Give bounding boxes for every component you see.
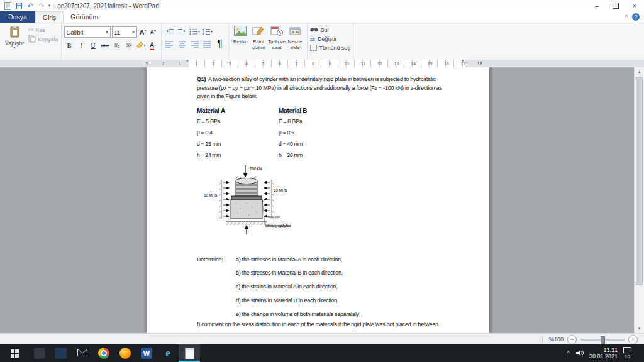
undo-button[interactable]: ↶ — [26, 1, 35, 10]
calendar-clock-icon — [270, 26, 283, 39]
insert-object-button[interactable]: Nesne ekle — [286, 25, 304, 62]
paint-drawing-button[interactable]: Paint çizimi — [250, 25, 268, 62]
caret-down-icon: ▾ — [133, 31, 135, 34]
question-paragraph: Q1) A two-section alloy of cylinder with… — [197, 76, 442, 102]
vertical-scrollbar[interactable]: ▴ ▾ — [634, 67, 644, 333]
underline-button[interactable]: U — [88, 40, 99, 50]
scrollbar-thumb[interactable] — [636, 77, 643, 285]
paragraph-dialog-button[interactable]: ¶ — [214, 39, 226, 49]
align-right-button[interactable] — [189, 39, 201, 49]
caret-down-icon: ▾ — [154, 44, 156, 47]
align-left-button[interactable] — [164, 39, 175, 49]
minimize-button[interactable]: – — [587, 0, 606, 11]
ruler-mark: 9 — [327, 62, 333, 66]
italic-button[interactable]: I — [76, 40, 87, 50]
material-property: h = 24 mm — [197, 152, 279, 163]
redo-button[interactable]: ↷ — [37, 1, 46, 10]
date-time-button[interactable]: Tarih ve saat — [268, 25, 286, 62]
zoom-level: %100 — [549, 336, 564, 343]
left-indent-marker[interactable]: ▾ — [186, 58, 189, 63]
question-text-line: A two-section alloy of cylinder with an … — [208, 76, 436, 82]
shrink-font-button[interactable]: A▾ — [149, 29, 158, 35]
copy-button[interactable]: Kopyala — [28, 35, 58, 44]
wordpad-taskbar-icon — [185, 348, 194, 359]
notification-area[interactable]: 10 — [623, 347, 631, 359]
collapse-ribbon-button[interactable]: ^ — [625, 14, 628, 20]
tab-view[interactable]: Görünüm — [64, 11, 105, 23]
superscript-button[interactable]: X² — [124, 40, 135, 50]
help-button[interactable]: ? — [632, 13, 640, 21]
scroll-down-button[interactable]: ▾ — [635, 324, 644, 333]
qat-customize-button[interactable]: ▾ — [48, 3, 51, 8]
font-color-button[interactable]: A▾ — [148, 40, 158, 50]
copy-icon — [28, 35, 36, 44]
highlight-button[interactable]: ▾ — [136, 40, 147, 50]
replace-button[interactable]: ⇄ Değiştir — [310, 35, 351, 43]
zoom-controls: %100 − + — [542, 335, 644, 344]
materials-table: Material A E = 5 GPaµ = 0.4d = 25 mmh = … — [197, 107, 442, 163]
find-label: Bul — [321, 27, 329, 33]
titlebar-separator: | — [53, 3, 55, 9]
material-b-header: Material B — [279, 107, 360, 114]
question-number: Q1) — [197, 76, 206, 82]
zoom-slider-thumb[interactable] — [601, 336, 605, 344]
ruler-mark: 3 — [143, 62, 150, 66]
select-all-button[interactable]: Tümünü seç — [310, 44, 351, 52]
bold-button[interactable]: B — [64, 40, 75, 50]
taskbar-chrome[interactable] — [93, 344, 114, 362]
paste-button[interactable]: Yapıştır ▾ — [3, 25, 26, 62]
material-property: E = 8 GPa — [279, 118, 360, 129]
replace-label: Değiştir — [318, 36, 337, 42]
quick-access-toolbar: ↶ ↷ ▾ — [0, 1, 51, 10]
taskbar-app-1[interactable] — [29, 344, 50, 362]
find-button[interactable]: Bul — [310, 26, 351, 34]
zoom-slider[interactable] — [580, 339, 625, 341]
taskbar-wordpad[interactable] — [179, 344, 200, 362]
taskbar-clock[interactable]: 13:31 30.01.2021 — [589, 347, 618, 359]
zoom-out-button[interactable]: − — [567, 335, 577, 344]
mail-icon — [77, 348, 87, 359]
document-edit-area[interactable]: Q1) A two-section alloy of cylinder with… — [147, 67, 489, 327]
taskbar-time: 13:31 — [589, 347, 618, 353]
font-family-combo[interactable]: Calibri ▾ — [64, 26, 111, 38]
maximize-button[interactable] — [606, 0, 625, 11]
tab-home[interactable]: Giriş — [35, 11, 64, 23]
taskbar-edge[interactable]: e — [157, 344, 179, 362]
increase-indent-button[interactable] — [177, 26, 188, 36]
cut-button[interactable]: ✂ Kes — [28, 26, 58, 33]
status-bar: %100 − + — [0, 333, 644, 345]
justify-button[interactable] — [202, 39, 213, 49]
word-icon: W — [141, 348, 152, 359]
zoom-in-button[interactable]: + — [628, 335, 638, 344]
material-b-column: Material B E = 8 GPaµ = 0.6d = 40 mmh = … — [279, 107, 360, 163]
close-button[interactable]: × — [625, 0, 644, 11]
material-property: d = 40 mm — [279, 141, 360, 152]
ruler-mark: 7 — [294, 62, 300, 66]
ruler-mark: 3 — [227, 62, 233, 66]
binoculars-icon — [310, 27, 318, 34]
hidden-icons-chevron[interactable]: ^ — [567, 350, 570, 357]
paste-icon — [10, 26, 19, 39]
start-button[interactable] — [0, 344, 29, 362]
list-button[interactable]: ▾ — [189, 26, 201, 36]
save-button[interactable] — [14, 1, 23, 10]
taskbar-firefox[interactable] — [114, 344, 136, 362]
taskbar-mail[interactable] — [72, 344, 93, 362]
not-to-scale-label: Not to scale — [267, 216, 281, 219]
determine-item: d) the strains in Material B in each dir… — [236, 294, 359, 308]
decrease-indent-button[interactable] — [164, 26, 175, 36]
grow-font-button[interactable]: A▴ — [138, 28, 148, 36]
tab-file[interactable]: Dosya — [0, 11, 35, 23]
volume-icon[interactable] — [575, 348, 584, 359]
line-spacing-button[interactable]: ▾ — [202, 26, 213, 36]
strikethrough-button[interactable]: abc — [100, 40, 111, 50]
right-indent-marker[interactable]: ▾ — [462, 58, 464, 63]
font-size-combo[interactable]: 11 ▾ — [112, 26, 137, 38]
scroll-up-button[interactable]: ▴ — [635, 67, 644, 76]
insert-picture-button[interactable]: Resim — [231, 25, 250, 62]
determine-item: a) the stresses in Material A in each di… — [236, 253, 359, 267]
align-center-button[interactable] — [177, 39, 188, 49]
subscript-button[interactable]: X₂ — [112, 40, 123, 50]
taskbar-app-2[interactable] — [50, 344, 72, 362]
taskbar-word[interactable]: W — [136, 344, 157, 362]
